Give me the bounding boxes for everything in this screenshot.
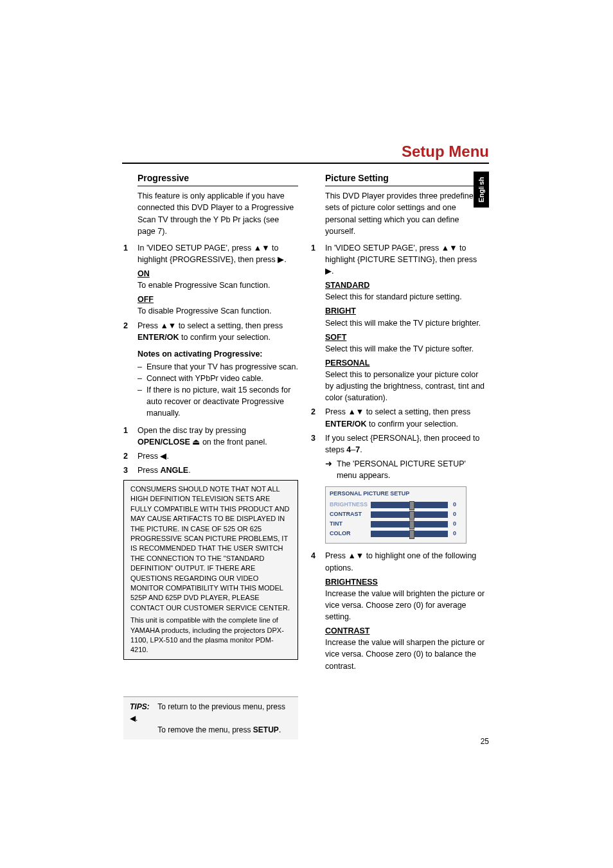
step-1: 1 In 'VIDEO SETUP PAGE', press ▲▼ to hig… [311, 242, 486, 277]
text: Press ▲▼ to select a setting, then press [138, 321, 283, 330]
step-body: Press ▲▼ to highlight one of the followi… [325, 550, 486, 573]
option-on: ON [138, 268, 298, 279]
arrow-text: The 'PERSONAL PICTURE SETUP' menu appear… [337, 458, 486, 481]
notes-heading: Notes on activating Progressive: [138, 348, 298, 360]
tips-label: TIPS: [130, 701, 155, 713]
step-body: Open the disc tray by pressing OPEN/CLOS… [138, 425, 298, 448]
text: . [188, 466, 190, 475]
notice-main: CONSUMERS SHOULD NOTE THAT NOT ALL HIGH … [130, 484, 291, 613]
pps-value: 0 [453, 510, 456, 518]
page-number: 25 [481, 737, 489, 746]
title-rule [122, 163, 489, 164]
enter-ok: ENTER/OK [138, 333, 179, 342]
heading-picture-setting: Picture Setting [325, 172, 486, 186]
column-left: Progressive This feature is only applica… [123, 172, 298, 660]
pps-value: 0 [453, 500, 456, 509]
dash-icon: – [138, 384, 147, 419]
note-text: Ensure that your TV has progressive scan… [147, 361, 298, 373]
note-item: –If there is no picture, wait 15 seconds… [138, 384, 298, 419]
step-body: Press ▲▼ to select a setting, then press… [325, 406, 486, 429]
step-3: 3 If you select {PERSONAL}, then proceed… [311, 432, 486, 456]
tips-box: TIPS: To return to the previous menu, pr… [123, 696, 298, 740]
tips-setup: SETUP [253, 725, 279, 734]
page-title: Setup Menu [402, 143, 489, 161]
step-number: 1 [123, 242, 138, 265]
text: Open the disc tray by pressing [138, 426, 246, 435]
step-number: 4 [311, 550, 325, 573]
option-bright-desc: Select this will make the TV picture bri… [325, 317, 486, 329]
pps-label: BRIGHTNESS [330, 500, 371, 509]
text: . [360, 445, 362, 454]
step-2: 2 Press ▲▼ to select a setting, then pre… [311, 406, 486, 429]
text: to confirm your selection. [179, 333, 271, 342]
open-step-2: 2 Press ◀. [123, 450, 298, 462]
progressive-intro: This feature is only applicable if you h… [138, 190, 298, 237]
picture-intro: This DVD Player provides three predefine… [325, 190, 486, 237]
option-contrast: CONTRAST [325, 625, 486, 637]
pps-slider [371, 502, 448, 508]
step-2: 2 Press ▲▼ to select a setting, then pre… [123, 320, 298, 343]
option-brightness: BRIGHTNESS [325, 576, 486, 588]
column-right: Picture Setting This DVD Player provides… [311, 172, 486, 675]
pps-row: CONTRAST0 [330, 510, 462, 518]
pps-label: TINT [330, 520, 371, 528]
option-brightness-desc: Increase the value will brighten the pic… [325, 588, 486, 623]
pps-label: COLOR [330, 529, 371, 538]
step-body: In 'VIDEO SETUP PAGE', press ▲▼ to highl… [138, 242, 298, 265]
step-body: Press ◀. [138, 450, 298, 462]
step-number: 3 [123, 465, 138, 476]
heading-progressive: Progressive [138, 172, 298, 186]
option-soft-desc: Select this will make the TV picture sof… [325, 343, 486, 355]
step-number: 3 [311, 432, 325, 456]
text: Press ▲▼ to select a setting, then press [325, 407, 470, 416]
open-close: OPEN/CLOSE [138, 438, 190, 447]
tips-line2c: . [279, 725, 281, 734]
step-4: 4 Press ▲▼ to highlight one of the follo… [311, 550, 486, 573]
option-standard-desc: Select this for standard picture setting… [325, 291, 486, 303]
pps-value: 0 [453, 529, 456, 538]
option-soft: SOFT [325, 332, 486, 343]
dash-icon: – [138, 361, 147, 373]
step-body: Press ANGLE. [138, 465, 298, 476]
pps-value: 0 [453, 520, 456, 528]
note-item: –Ensure that your TV has progressive sca… [138, 361, 298, 373]
option-standard: STANDARD [325, 279, 486, 291]
option-on-desc: To enable Progressive Scan function. [138, 279, 298, 291]
step-body: If you select {PERSONAL}, then proceed t… [325, 432, 486, 456]
option-off: OFF [138, 294, 298, 305]
result-arrow: ➜ The 'PERSONAL PICTURE SETUP' menu appe… [325, 458, 486, 481]
option-personal: PERSONAL [325, 357, 486, 369]
compatibility-notice: CONSUMERS SHOULD NOTE THAT NOT ALL HIGH … [123, 480, 298, 660]
step-number: 1 [311, 242, 325, 277]
step-number: 2 [123, 320, 138, 343]
text: to confirm your selection. [367, 420, 458, 429]
step-number: 2 [123, 450, 138, 462]
text: ⏏ on the front panel. [190, 438, 267, 447]
pps-row: BRIGHTNESS0 [330, 500, 462, 509]
option-personal-desc: Select this to personalize your picture … [325, 369, 486, 403]
notice-sub: This unit is compatible with the complet… [130, 616, 291, 655]
pps-row: COLOR0 [330, 529, 462, 538]
pps-slider [371, 531, 448, 537]
step-number: 2 [311, 406, 325, 429]
note-text: If there is no picture, wait 15 seconds … [147, 384, 298, 419]
tips-line2a: To remove the menu, press [157, 725, 253, 734]
personal-picture-setup-diagram: PERSONAL PICTURE SETUP BRIGHTNESS0CONTRA… [325, 486, 466, 544]
enter-ok: ENTER/OK [325, 420, 367, 429]
pps-title: PERSONAL PICTURE SETUP [330, 490, 462, 498]
arrow-right-icon: ➜ [325, 458, 337, 481]
note-text: Connect with YPbPr video cable. [147, 373, 263, 384]
open-step-3: 3 Press ANGLE. [123, 465, 298, 476]
step-body: Press ▲▼ to select a setting, then press… [138, 320, 298, 343]
note-item: –Connect with YPbPr video cable. [138, 373, 298, 384]
pps-label: CONTRAST [330, 510, 371, 518]
step-number: 1 [123, 425, 138, 448]
pps-slider [371, 521, 448, 527]
option-bright: BRIGHT [325, 305, 486, 317]
text: Press [138, 466, 160, 475]
step-body: In 'VIDEO SETUP PAGE', press ▲▼ to highl… [325, 242, 486, 277]
pps-slider [371, 511, 448, 518]
step-1: 1 In 'VIDEO SETUP PAGE', press ▲▼ to hig… [123, 242, 298, 265]
dash-icon: – [138, 373, 147, 384]
pps-row: TINT0 [330, 520, 462, 528]
